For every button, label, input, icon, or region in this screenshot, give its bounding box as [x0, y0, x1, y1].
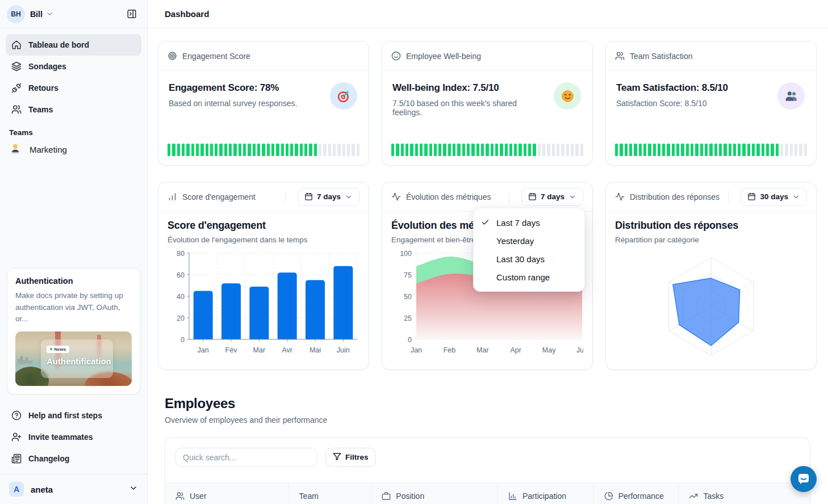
progress-segment	[620, 144, 622, 156]
sidebar-collapse-button[interactable]	[123, 6, 140, 23]
calendar-icon	[747, 192, 756, 201]
progress-segment	[319, 144, 321, 156]
chat-icon	[796, 472, 811, 486]
progress-segment	[257, 144, 260, 156]
progress-segment	[462, 144, 465, 156]
menu-item-last-7-days[interactable]: Last 7 days	[474, 213, 584, 232]
progress-segment	[571, 144, 574, 156]
stat-card-header-label: Employee Well-being	[406, 52, 583, 61]
sidebar-item-retours[interactable]: Retours	[6, 77, 141, 99]
progress-segment	[224, 144, 227, 156]
progress-segment	[709, 144, 712, 156]
svg-text:100: 100	[400, 250, 412, 258]
engagement-bar-chart: JanFévMarAvrMaiJuin020406080	[168, 247, 359, 359]
menu-item-last-30-days[interactable]: Last 30 days	[474, 250, 584, 268]
chart-card-header-label: Score d'engagement	[182, 192, 280, 201]
search-input[interactable]	[175, 448, 317, 467]
column-header-tasks[interactable]: Tasks	[679, 483, 810, 504]
progress-segment	[491, 144, 494, 156]
sidebar-item-teams[interactable]: Teams	[6, 99, 141, 120]
progress-bar	[391, 144, 583, 156]
progress-segment	[756, 144, 759, 156]
chevron-down-icon	[129, 484, 138, 493]
progress-segment	[243, 144, 246, 156]
progress-segment	[229, 144, 232, 156]
svg-text:Mar: Mar	[253, 346, 266, 354]
svg-text:0: 0	[181, 336, 185, 344]
calendar-icon	[528, 192, 537, 201]
progress-segment	[443, 144, 446, 156]
range-dropdown-menu: Last 7 daysYesterdayLast 30 daysCustom r…	[473, 208, 585, 292]
progress-segment	[634, 144, 637, 156]
progress-segment	[405, 144, 408, 156]
newspaper-icon	[11, 453, 22, 464]
sidebar-item-marketing[interactable]: Marketing	[0, 138, 147, 161]
activity-icon	[391, 192, 401, 201]
stat-emoji-badge	[554, 82, 581, 110]
chevron-down-icon	[568, 193, 576, 201]
activity-icon	[391, 192, 401, 201]
employees-section: Employees Overview of employees and thei…	[165, 396, 810, 504]
progress-segment	[328, 144, 331, 156]
account-switcher[interactable]: A aneta	[0, 474, 147, 504]
progress-segment	[729, 144, 731, 156]
workspace-switcher[interactable]: BH Bill	[0, 0, 147, 28]
filters-button[interactable]: Filtres	[325, 448, 376, 467]
authentication-promo-card[interactable]: Authentication Make docs private by sett…	[7, 268, 140, 394]
progress-segment	[168, 144, 170, 156]
dart-emoji-icon	[336, 89, 352, 104]
teams-section-label: Teams	[0, 120, 147, 138]
column-header-user[interactable]: User	[165, 483, 289, 504]
stat-card-header-label: Engagement Score	[182, 52, 359, 61]
column-header-performance[interactable]: Performance	[594, 483, 679, 504]
sidebar-footer-nav: Help and first stepsInvite teammatesChan…	[0, 401, 147, 472]
column-header-team[interactable]: Team	[289, 483, 372, 504]
range-button[interactable]: 30 days	[741, 188, 807, 206]
sidebar-item-changelog[interactable]: Changelog	[6, 448, 141, 469]
stat-emoji-badge	[330, 82, 357, 110]
progress-segment	[625, 144, 628, 156]
svg-text:50: 50	[404, 293, 412, 301]
svg-text:Mai: Mai	[310, 346, 321, 354]
progress-segment	[267, 144, 270, 156]
sidebar: BH Bill Tableau de bordSondagesRetoursTe…	[0, 0, 148, 504]
sidebar-item-invite-teammates[interactable]: Invite teammates	[6, 426, 141, 448]
progress-segment	[438, 144, 441, 156]
range-button[interactable]: 7 days	[298, 188, 359, 206]
employees-table-card: Filtres UserTeamPositionParticipationPer…	[165, 437, 810, 504]
users-icon	[175, 492, 185, 501]
home-icon	[11, 40, 22, 50]
users-icon	[615, 51, 625, 61]
responses-distribution-chart-card: Distribution des réponses 30 days Distri…	[605, 182, 817, 370]
progress-segment	[248, 144, 250, 156]
chat-launcher-button[interactable]	[791, 466, 817, 492]
progress-segment	[580, 144, 583, 156]
stat-title: Engagement Score: 78%	[169, 82, 324, 94]
sidebar-item-help-and-first-steps[interactable]: Help and first steps	[6, 405, 141, 426]
dashboard-page: BH Bill Tableau de bordSondagesRetoursTe…	[0, 0, 828, 504]
progress-segment	[476, 144, 479, 156]
sidebar-item-sondages[interactable]: Sondages	[6, 56, 141, 77]
menu-item-yesterday[interactable]: Yesterday	[474, 232, 584, 250]
column-header-position[interactable]: Position	[371, 483, 498, 504]
menu-item-custom-range[interactable]: Custom range	[474, 268, 584, 286]
progress-segment	[309, 144, 312, 156]
column-header-participation[interactable]: Participation	[498, 483, 594, 504]
svg-text:75: 75	[404, 271, 412, 279]
progress-segment	[233, 144, 236, 156]
progress-segment	[410, 144, 413, 156]
progress-segment	[290, 144, 293, 156]
sidebar-item-tableau-de-bord[interactable]: Tableau de bord	[6, 34, 141, 56]
range-button[interactable]: 7 days	[521, 188, 583, 206]
help-icon	[11, 410, 22, 421]
progress-segment	[276, 144, 279, 156]
progress-segment	[347, 144, 350, 156]
unplug-icon	[11, 83, 22, 93]
progress-segment	[337, 144, 340, 156]
svg-text:Jan: Jan	[198, 346, 209, 354]
stat-title: Well-being Index: 7.5/10	[392, 82, 548, 94]
progress-segment	[799, 144, 802, 156]
progress-segment	[676, 144, 679, 156]
progress-segment	[780, 144, 783, 156]
progress-segment	[538, 144, 541, 156]
